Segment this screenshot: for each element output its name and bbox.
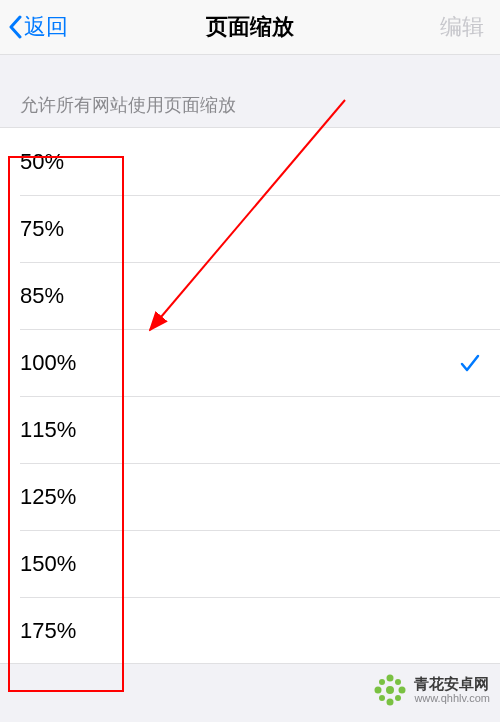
back-button[interactable]: 返回 xyxy=(8,12,68,42)
page-title: 页面缩放 xyxy=(206,12,294,42)
svg-point-10 xyxy=(395,695,401,701)
zoom-option-label: 75% xyxy=(20,216,64,242)
svg-point-6 xyxy=(399,687,406,694)
svg-point-7 xyxy=(379,679,385,685)
zoom-options-list: 50%75%85%100%115%125%150%175% xyxy=(0,127,500,664)
svg-point-3 xyxy=(387,675,394,682)
svg-point-9 xyxy=(379,695,385,701)
zoom-option-row[interactable]: 175% xyxy=(0,597,500,664)
zoom-option-row[interactable]: 125% xyxy=(0,463,500,530)
zoom-option-row[interactable]: 115% xyxy=(0,396,500,463)
svg-point-2 xyxy=(386,686,394,694)
zoom-option-row[interactable]: 100% xyxy=(0,329,500,396)
zoom-option-row[interactable]: 50% xyxy=(0,128,500,195)
chevron-left-icon xyxy=(8,15,22,39)
svg-point-8 xyxy=(395,679,401,685)
checkmark-icon xyxy=(458,351,482,375)
watermark-logo-icon xyxy=(372,672,408,708)
navigation-bar: 返回 页面缩放 编辑 xyxy=(0,0,500,55)
zoom-option-row[interactable]: 150% xyxy=(0,530,500,597)
edit-button: 编辑 xyxy=(440,12,492,42)
svg-point-4 xyxy=(387,699,394,706)
zoom-option-label: 50% xyxy=(20,149,64,175)
back-label: 返回 xyxy=(24,12,68,42)
zoom-option-label: 115% xyxy=(20,417,76,443)
zoom-option-row[interactable]: 75% xyxy=(0,195,500,262)
svg-point-5 xyxy=(375,687,382,694)
watermark-url: www.qhhlv.com xyxy=(414,692,490,704)
zoom-option-label: 100% xyxy=(20,350,76,376)
section-header: 允许所有网站使用页面缩放 xyxy=(0,55,500,127)
watermark-brand: 青花安卓网 xyxy=(414,676,490,693)
zoom-option-label: 175% xyxy=(20,618,76,644)
zoom-option-row[interactable]: 85% xyxy=(0,262,500,329)
watermark-text: 青花安卓网 www.qhhlv.com xyxy=(414,676,490,705)
zoom-option-label: 85% xyxy=(20,283,64,309)
zoom-option-label: 125% xyxy=(20,484,76,510)
watermark: 青花安卓网 www.qhhlv.com xyxy=(372,672,490,708)
zoom-option-label: 150% xyxy=(20,551,76,577)
